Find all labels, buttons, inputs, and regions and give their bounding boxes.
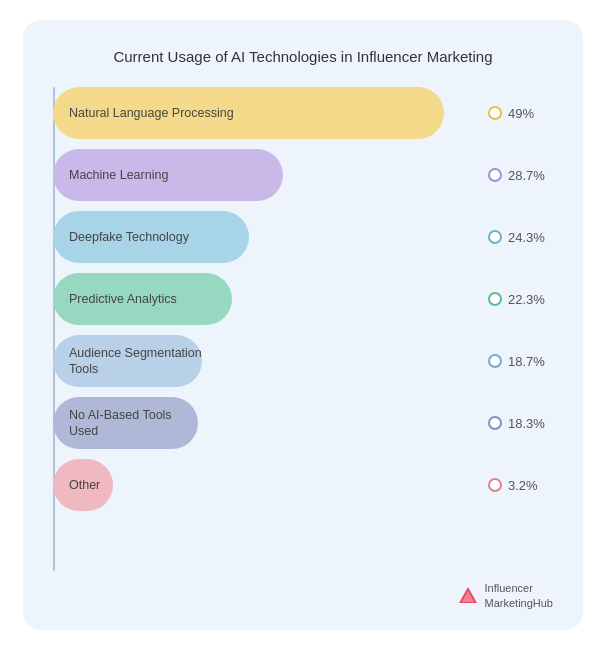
bar-label: Machine Learning [69, 167, 168, 183]
bar-wrap: Natural Language Processing [53, 87, 478, 139]
bar-value: 22.3% [488, 292, 553, 307]
bar: Predictive Analytics [53, 273, 232, 325]
chart-card: Current Usage of AI Technologies in Infl… [23, 20, 583, 630]
bar-dot [488, 292, 502, 306]
bar-pct: 24.3% [508, 230, 545, 245]
bar-pct: 28.7% [508, 168, 545, 183]
bar-row: Predictive Analytics22.3% [53, 273, 553, 325]
chart-title: Current Usage of AI Technologies in Infl… [53, 48, 553, 65]
logo-area: Influencer MarketingHub [53, 581, 553, 610]
bar-pct: 49% [508, 106, 534, 121]
bar-wrap: Audience Segmentation Tools [53, 335, 478, 387]
bar: Natural Language Processing [53, 87, 444, 139]
bar-row: Deepfake Technology24.3% [53, 211, 553, 263]
bar-value: 28.7% [488, 168, 553, 183]
bar-wrap: Deepfake Technology [53, 211, 478, 263]
bar-label: Audience Segmentation Tools [69, 345, 202, 378]
bar-label: Natural Language Processing [69, 105, 234, 121]
bar-row: Natural Language Processing49% [53, 87, 553, 139]
bar-label: Deepfake Technology [69, 229, 189, 245]
bar-wrap: Machine Learning [53, 149, 478, 201]
bar-dot [488, 106, 502, 120]
bar-wrap: Other [53, 459, 478, 511]
bar-label: No AI-Based Tools Used [69, 407, 198, 440]
bar-pct: 3.2% [508, 478, 538, 493]
bar-dot [488, 478, 502, 492]
bar: No AI-Based Tools Used [53, 397, 198, 449]
bar: Deepfake Technology [53, 211, 249, 263]
bar-row: Machine Learning28.7% [53, 149, 553, 201]
bar-wrap: No AI-Based Tools Used [53, 397, 478, 449]
bar: Other [53, 459, 113, 511]
bar: Machine Learning [53, 149, 283, 201]
bar-dot [488, 230, 502, 244]
logo-icon [457, 585, 479, 607]
bar-value: 3.2% [488, 478, 553, 493]
bar: Audience Segmentation Tools [53, 335, 202, 387]
bar-value: 24.3% [488, 230, 553, 245]
bar-row: Other3.2% [53, 459, 553, 511]
bar-dot [488, 416, 502, 430]
bar-wrap: Predictive Analytics [53, 273, 478, 325]
bar-dot [488, 168, 502, 182]
bar-row: Audience Segmentation Tools18.7% [53, 335, 553, 387]
bar-pct: 18.7% [508, 354, 545, 369]
bar-value: 18.3% [488, 416, 553, 431]
bar-dot [488, 354, 502, 368]
chart-area: Natural Language Processing49%Machine Le… [53, 87, 553, 571]
logo-text: Influencer MarketingHub [485, 581, 553, 610]
bar-label: Predictive Analytics [69, 291, 177, 307]
bar-pct: 22.3% [508, 292, 545, 307]
bar-value: 49% [488, 106, 553, 121]
bar-value: 18.7% [488, 354, 553, 369]
bar-label: Other [69, 477, 100, 493]
bar-pct: 18.3% [508, 416, 545, 431]
bar-row: No AI-Based Tools Used18.3% [53, 397, 553, 449]
